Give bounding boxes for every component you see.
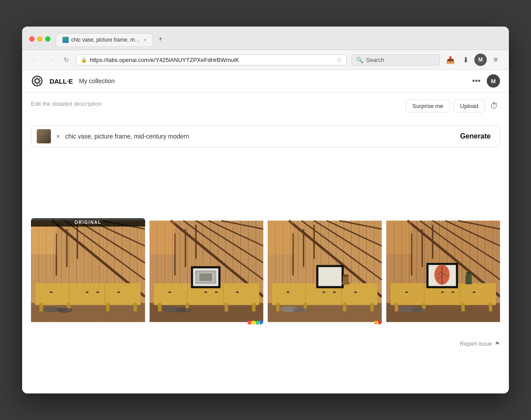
- svg-rect-48: [252, 303, 255, 312]
- minimize-button[interactable]: [37, 36, 42, 42]
- svg-point-28: [57, 308, 72, 312]
- svg-rect-62: [150, 221, 175, 254]
- svg-rect-47: [224, 303, 228, 312]
- app-name: DALL·E: [50, 77, 73, 85]
- maximize-button[interactable]: [45, 36, 50, 42]
- back-button[interactable]: ←: [29, 54, 41, 65]
- security-icon: 🔒: [81, 57, 87, 63]
- window-controls: [29, 36, 50, 42]
- upload-button[interactable]: Upload: [454, 100, 485, 112]
- user-avatar[interactable]: M: [487, 74, 500, 88]
- app-header-right: ••• M: [470, 74, 500, 88]
- image-card-original[interactable]: ORIGINAL: [31, 218, 145, 324]
- tab-label: chic vase, picture frame, mid-ce: [71, 37, 141, 43]
- history-icon: ⏱: [490, 101, 498, 110]
- generated-image-3: [386, 218, 500, 324]
- svg-rect-132: [386, 221, 412, 254]
- image-grid: ORIGINAL: [31, 218, 500, 333]
- svg-rect-118: [451, 292, 454, 293]
- search-bar[interactable]: 🔍 Search: [351, 54, 440, 66]
- prompt-text: chic vase, picture frame, mid-century mo…: [65, 133, 452, 140]
- svg-rect-120: [473, 292, 475, 293]
- room-scene-svg-3: [386, 218, 500, 324]
- prompt-input-row: × chic vase, picture frame, mid-century …: [31, 125, 500, 147]
- image-card-gen2[interactable]: [268, 218, 382, 324]
- svg-rect-19: [106, 303, 110, 312]
- download-button[interactable]: ⬇: [459, 54, 472, 66]
- report-issue-button[interactable]: Report issue ⚑: [460, 340, 500, 347]
- room-scene-svg-0: [31, 218, 145, 324]
- svg-rect-54: [236, 292, 239, 293]
- svg-rect-76: [268, 303, 382, 322]
- tab-bar: chic vase, picture frame, mid-ce × +: [56, 32, 167, 46]
- footer: Report issue ⚑: [31, 333, 500, 349]
- pocket-button[interactable]: 📥: [444, 54, 457, 66]
- svg-rect-84: [323, 292, 325, 293]
- new-tab-button[interactable]: +: [154, 32, 167, 46]
- back-icon: ←: [32, 56, 38, 63]
- image-card-gen1[interactable]: [150, 218, 264, 324]
- my-collection-link[interactable]: My collection: [79, 77, 115, 85]
- svg-rect-53: [168, 292, 171, 293]
- prompt-hint: Edit the detailed description: [31, 100, 102, 107]
- thumbnail-preview: [37, 129, 51, 143]
- tab-close-icon[interactable]: ×: [144, 37, 146, 42]
- svg-rect-52: [215, 292, 217, 293]
- close-button[interactable]: [29, 36, 35, 42]
- app-header: DALL·E My collection ••• M: [22, 70, 509, 92]
- svg-rect-45: [158, 303, 162, 312]
- svg-rect-87: [354, 292, 357, 293]
- svg-rect-20: [134, 303, 137, 312]
- color-swatches: [248, 321, 263, 324]
- svg-rect-59: [199, 274, 212, 281]
- search-icon: 🔍: [356, 57, 363, 63]
- toolbar-row: Surprise me Upload ⏱: [406, 100, 500, 112]
- profile-button[interactable]: M: [474, 54, 487, 66]
- svg-rect-117: [441, 292, 443, 293]
- svg-rect-81: [370, 303, 374, 312]
- history-button[interactable]: ⏱: [489, 100, 500, 112]
- svg-rect-51: [204, 292, 207, 293]
- surprise-me-button[interactable]: Surprise me: [406, 100, 450, 112]
- svg-point-92: [343, 274, 349, 277]
- report-label: Report issue: [460, 340, 492, 347]
- url-text: https://labs.openai.com/e/Y425lANUYTZPXe…: [90, 57, 334, 63]
- app-header-left: DALL·E My collection: [31, 75, 115, 87]
- pocket-icon: 📥: [446, 56, 455, 64]
- svg-rect-86: [287, 292, 289, 293]
- color-swatches-2: [374, 321, 382, 324]
- svg-rect-23: [86, 292, 88, 293]
- download-icon: ⬇: [463, 56, 469, 64]
- generate-button[interactable]: Generate: [457, 131, 494, 142]
- svg-rect-111: [395, 303, 398, 312]
- menu-button[interactable]: ≡: [489, 54, 502, 66]
- svg-rect-109: [386, 303, 500, 322]
- generated-image-2: [268, 218, 382, 324]
- svg-rect-16: [35, 283, 141, 305]
- search-placeholder: Search: [366, 57, 384, 63]
- remove-image-button[interactable]: ×: [55, 132, 61, 141]
- svg-rect-17: [39, 303, 43, 312]
- svg-rect-78: [276, 303, 280, 312]
- image-card-gen3[interactable]: [386, 218, 500, 324]
- browser-window: chic vase, picture frame, mid-ce × + ← →…: [22, 27, 509, 393]
- svg-rect-113: [461, 303, 465, 312]
- prompt-thumbnail: [37, 129, 51, 143]
- refresh-button[interactable]: ↻: [61, 54, 72, 65]
- forward-button[interactable]: →: [45, 54, 57, 65]
- svg-point-61: [176, 308, 191, 312]
- svg-rect-43: [150, 303, 264, 322]
- nav-actions: 📥 ⬇ M ≡: [444, 54, 502, 66]
- report-icon: ⚑: [495, 340, 500, 347]
- title-bar: chic vase, picture frame, mid-ce × +: [22, 27, 509, 50]
- nav-bar: ← → ↻ 🔒 https://labs.openai.com/e/Y425lA…: [22, 50, 509, 70]
- address-bar[interactable]: 🔒 https://labs.openai.com/e/Y425lANUYTZP…: [76, 54, 347, 66]
- svg-rect-89: [318, 267, 341, 286]
- more-options-button[interactable]: •••: [470, 75, 482, 88]
- svg-point-129: [466, 272, 471, 274]
- svg-rect-119: [405, 292, 408, 293]
- svg-rect-15: [31, 303, 145, 322]
- active-tab[interactable]: chic vase, picture frame, mid-ce ×: [56, 33, 153, 46]
- bookmark-icon[interactable]: ☆: [337, 57, 342, 63]
- svg-rect-95: [268, 221, 293, 254]
